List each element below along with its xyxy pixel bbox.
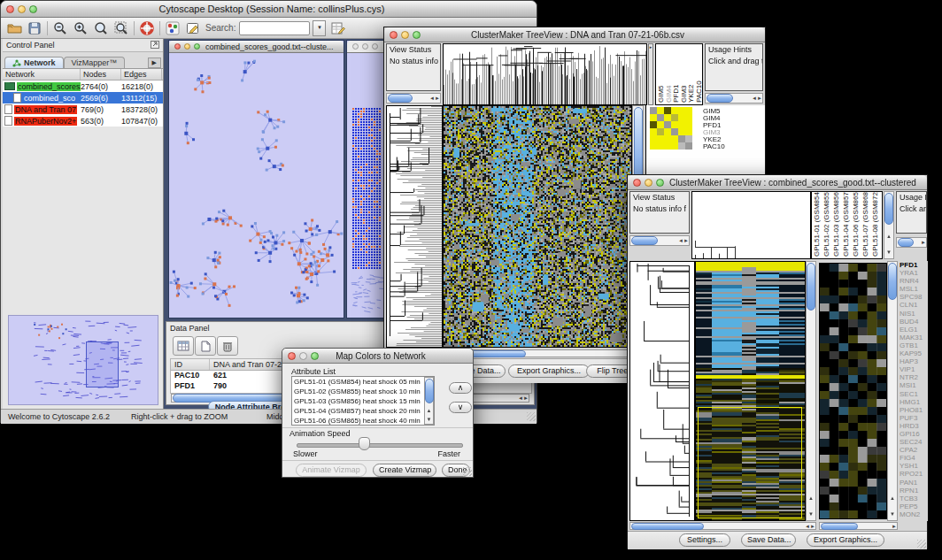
zoom-fit-icon[interactable] (113, 20, 129, 35)
table-grid-icon[interactable] (173, 336, 194, 356)
attribute-list[interactable]: GPL51-01 (GSM854) heat shock 05 minGPL51… (291, 376, 435, 426)
dialog-titlebar[interactable]: Map Colors to Network (282, 349, 473, 364)
gene-label: YRA1 (900, 269, 928, 277)
column-dendrogram[interactable] (691, 191, 811, 259)
gene-label: RPO21 (900, 470, 928, 478)
search-label: Search: (205, 23, 236, 33)
view-status-hscrollbar[interactable]: ◄► (386, 93, 441, 104)
treeview2-titlebar[interactable]: ClusterMaker TreeView : combined_scores_… (628, 175, 927, 190)
annotation-icon[interactable] (185, 20, 201, 35)
zoom-window-icon[interactable] (413, 31, 421, 39)
heatmap-global[interactable] (695, 261, 806, 521)
resize-grip[interactable] (917, 540, 926, 548)
search-dropdown-icon[interactable]: ▼ (313, 20, 326, 36)
settings-button[interactable]: Settings... (679, 533, 730, 547)
move-up-button[interactable]: ∧ (449, 382, 472, 394)
export-graphics-button[interactable]: Export Graphics... (508, 364, 590, 378)
network-overview[interactable] (8, 315, 158, 405)
tab-network[interactable]: Network (4, 57, 64, 68)
close-icon[interactable] (174, 43, 181, 50)
network-list-row[interactable]: RNAPuberNov2+563(0)107847(0) (3, 115, 163, 127)
zoom-out-icon[interactable] (52, 20, 68, 35)
attribute-list-item[interactable]: GPL51-06 (GSM865) heat shock 40 min (292, 416, 434, 426)
close-icon[interactable] (352, 43, 359, 50)
minimize-icon[interactable] (299, 352, 307, 360)
save-session-icon[interactable] (27, 20, 42, 35)
close-icon[interactable] (390, 31, 398, 39)
zoom-window-icon[interactable] (194, 43, 200, 50)
network-list-row[interactable]: combined_sco2569(6)13112(15) (3, 92, 163, 104)
minimize-icon[interactable] (362, 43, 368, 50)
animate-vizmap-button[interactable]: Animate Vizmap (296, 464, 367, 477)
row-dendrogram[interactable] (386, 105, 443, 348)
close-icon[interactable] (288, 352, 296, 360)
zoom-in-icon[interactable] (73, 20, 89, 35)
row-dendrogram[interactable] (629, 261, 695, 521)
slider-thumb[interactable] (359, 437, 370, 450)
network-list-row[interactable]: combined_scores2764(0)16218(0) (3, 81, 163, 92)
save-data-button[interactable]: Save Data... (741, 533, 796, 547)
gene-label: GPI16 (900, 430, 928, 438)
network-list-row[interactable]: DNA and Tran 07769(0)183728(0) (3, 104, 163, 115)
zoom-window-icon[interactable] (29, 5, 37, 13)
desktop: { "main_window": { "title": "Cytoscape D… (0, 0, 942, 560)
resize-grip[interactable] (463, 467, 472, 476)
column-label-vscrollbar[interactable]: ▲▼ (884, 191, 894, 259)
vizmapper-icon[interactable] (165, 20, 181, 35)
help-ring-icon[interactable] (139, 20, 155, 35)
minimize-icon[interactable] (18, 5, 26, 13)
zoom-vscrollbar[interactable]: ▲▼ (887, 261, 898, 521)
minimize-icon[interactable] (401, 31, 409, 39)
divider (282, 427, 473, 428)
view-status-hscrollbar[interactable]: ◄► (629, 235, 690, 246)
attribute-list-item[interactable]: GPL51-03 (GSM856) heat shock 15 min (292, 396, 434, 406)
zoom-window-icon[interactable] (656, 179, 664, 187)
zoom-window-icon[interactable] (372, 43, 378, 50)
column-dendrogram[interactable] (443, 43, 647, 105)
treeview1-titlebar[interactable]: ClusterMaker TreeView : DNA and Tran 07-… (384, 27, 765, 42)
heatmap-zoom[interactable] (819, 263, 887, 519)
zoom-selected-icon[interactable] (93, 20, 109, 35)
heatmap-vscrollbar[interactable]: ▲▼ (806, 261, 816, 521)
move-down-button[interactable]: ∨ (449, 402, 472, 413)
zoom-hscrollbar[interactable]: ► (819, 522, 898, 530)
float-panel-icon[interactable] (151, 41, 159, 50)
export-graphics-button[interactable]: Export Graphics... (807, 533, 884, 547)
usage-hints-hscrollbar[interactable]: ► (896, 237, 927, 248)
network-list-header[interactable]: Network Nodes Edges (3, 69, 163, 81)
splitter-arrows[interactable]: ▸ (648, 43, 653, 105)
attribute-list-item[interactable]: GPL51-01 (GSM854) heat shock 05 min (292, 377, 434, 387)
window-map-colors-dialog: Map Colors to Network Attribute List GPL… (282, 348, 474, 478)
minimize-icon[interactable] (184, 43, 190, 50)
heatmap-global[interactable] (443, 105, 632, 348)
animation-speed-slider[interactable] (297, 443, 463, 448)
network-view-titlebar[interactable]: combined_scores_good.txt--cluste... (169, 41, 344, 53)
resize-grip[interactable] (527, 412, 536, 421)
attribute-list-item[interactable]: GPL51-04 (GSM857) heat shock 20 min (292, 406, 434, 416)
network-canvas[interactable] (169, 53, 344, 318)
column-label: GPL51-01 (GSM854) (813, 192, 821, 257)
attribute-list-item[interactable]: GPL51-02 (GSM855) heat shock 10 min (292, 387, 434, 396)
main-titlebar[interactable]: Cytoscape Desktop (Session Name: collins… (1, 1, 537, 18)
close-icon[interactable] (6, 5, 14, 13)
search-input[interactable] (239, 21, 310, 35)
create-vizmap-button[interactable]: Create Vizmap (373, 464, 436, 477)
new-attribute-icon[interactable] (195, 336, 216, 356)
delete-attribute-icon[interactable] (217, 336, 238, 356)
gene-label: PEP5 (900, 502, 928, 510)
animation-speed-label: Animation Speed (290, 429, 351, 438)
search-area: Search: ▼ (205, 20, 326, 36)
minimize-icon[interactable] (645, 179, 652, 187)
bottom-hscrollbar[interactable]: ◄► (629, 522, 816, 530)
open-file-icon[interactable] (6, 20, 22, 35)
gene-label: SPC98 (900, 293, 928, 301)
attribute-browser-icon[interactable] (330, 20, 346, 35)
tab-overflow-arrow[interactable]: ▶ (148, 58, 161, 68)
tab-vizmapper[interactable]: VizMapper™ (64, 57, 126, 68)
close-icon[interactable] (633, 179, 641, 187)
treeview1-title: ClusterMaker TreeView : DNA and Tran 07-… (426, 30, 765, 40)
usage-hints-hscrollbar[interactable]: ◄► (705, 93, 763, 104)
zoom-window-icon[interactable] (311, 352, 319, 360)
attribute-list-vscrollbar[interactable]: ▲▼ (424, 377, 434, 425)
correlation-matrix[interactable] (650, 107, 692, 150)
